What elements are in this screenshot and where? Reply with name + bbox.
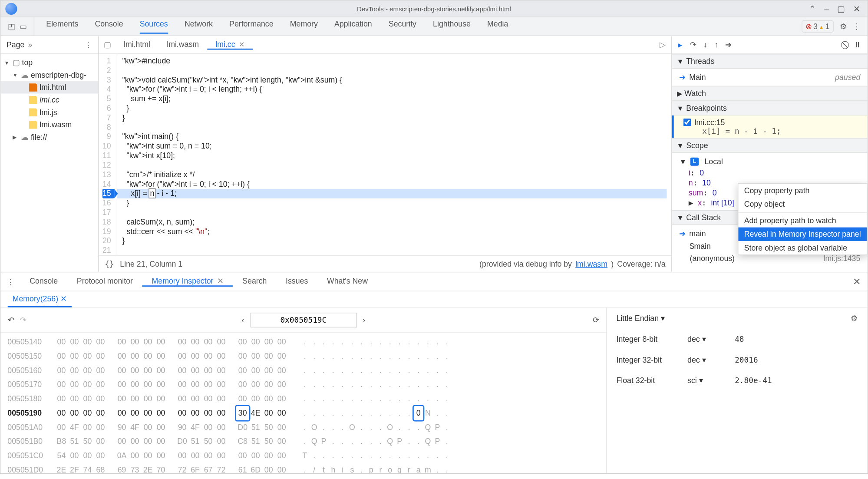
tab-security[interactable]: Security: [389, 19, 416, 33]
format-select[interactable]: sci ▾: [687, 376, 735, 385]
drawer-close-icon[interactable]: ✕: [853, 276, 868, 287]
tree-item[interactable]: lmi.wasm: [0, 119, 98, 131]
watch-header[interactable]: ▶ Watch: [672, 86, 868, 101]
devtools-tabs: ◰ ▭ ElementsConsoleSourcesNetworkPerform…: [0, 17, 867, 36]
format-select[interactable]: dec ▾: [687, 355, 735, 364]
hex-row[interactable]: 005051B0B851500000000000D0515000C8515000…: [8, 435, 599, 449]
scope-var[interactable]: i: 0: [672, 168, 868, 178]
run-icon[interactable]: ▷: [660, 40, 671, 49]
next-icon[interactable]: ›: [363, 316, 365, 324]
tab-performance[interactable]: Performance: [229, 19, 273, 33]
gutter: 123456789101112131415161718192021: [99, 54, 118, 255]
memory-tab[interactable]: Memory(256) ✕: [8, 291, 72, 307]
tree-item[interactable]: lmi.js: [0, 106, 98, 119]
thread-main[interactable]: ➔ Main paused: [672, 71, 868, 84]
step-icon[interactable]: ➔: [725, 40, 732, 49]
drawer-tab[interactable]: What's New: [317, 277, 377, 285]
more-icon[interactable]: ⋮: [853, 22, 861, 30]
braces-icon[interactable]: {}: [105, 259, 114, 268]
threads-header[interactable]: ▼ Threads: [672, 54, 868, 69]
context-item[interactable]: Copy property path: [738, 184, 867, 197]
step-into-icon[interactable]: ↓: [703, 40, 707, 49]
format-select[interactable]: dec ▾: [687, 334, 735, 343]
tree-item[interactable]: ▼☁emscripten-dbg-: [0, 69, 98, 81]
inspect-icon[interactable]: ◰: [8, 22, 15, 30]
threads-label: Threads: [686, 57, 714, 66]
drawer-tab[interactable]: Search: [233, 277, 276, 285]
undo-icon[interactable]: ↶: [8, 316, 14, 324]
drawer-tab[interactable]: Protocol monitor: [67, 277, 142, 285]
breakpoint-code: x[i] = n - i - 1;: [683, 127, 863, 135]
close-icon[interactable]: ✕: [239, 40, 245, 48]
hex-row[interactable]: 0050515000000000000000000000000000000000…: [8, 350, 599, 364]
address-input[interactable]: [250, 313, 356, 327]
close-icon[interactable]: ✕: [60, 294, 67, 303]
tab-sources[interactable]: Sources: [140, 19, 168, 33]
hex-row[interactable]: 005051C0540000000A0000000000000000000000…: [8, 449, 599, 463]
tab-memory[interactable]: Memory: [290, 19, 318, 33]
error-count: 3: [813, 22, 818, 30]
refresh-icon[interactable]: ⟳: [593, 316, 599, 324]
up-arrow-icon[interactable]: ⌃: [809, 4, 816, 13]
file-tree: ▼▢top▼☁emscripten-dbg-lmi.htmllmi.cclmi.…: [0, 54, 98, 145]
minimize-icon[interactable]: –: [824, 4, 829, 13]
tree-item[interactable]: ▶☁file://: [0, 131, 98, 143]
hex-row[interactable]: 005051D02E2F746869732E70726F6772616D0000…: [8, 463, 599, 473]
hex-row[interactable]: 0050516000000000000000000000000000000000…: [8, 363, 599, 378]
editor-tab[interactable]: lmi.html: [116, 40, 158, 48]
context-item[interactable]: Reveal in Memory Inspector panel: [738, 228, 867, 241]
page-label[interactable]: Page: [7, 40, 24, 49]
tab-console[interactable]: Console: [95, 19, 123, 33]
tree-item[interactable]: lmi.cc: [0, 93, 98, 106]
drawer-menu-icon[interactable]: ⋮: [0, 277, 20, 286]
pause-exceptions-icon[interactable]: ⏸: [854, 40, 861, 49]
endian-select[interactable]: Little Endian ▾: [616, 314, 665, 323]
tab-application[interactable]: Application: [334, 19, 372, 33]
context-item[interactable]: Copy object: [738, 197, 867, 211]
value-row: Integer 8-bitdec ▾48: [616, 329, 858, 350]
redo-icon[interactable]: ↷: [20, 316, 26, 324]
scope-local[interactable]: ▼ LLocal: [672, 155, 868, 168]
context-item[interactable]: Store object as global variable: [738, 241, 867, 254]
window-title: DevTools - emscripten-dbg-stories.netlif…: [357, 5, 511, 12]
editor-tab[interactable]: lmi.wasm: [158, 40, 207, 48]
maximize-icon[interactable]: ▢: [837, 4, 845, 13]
close-icon[interactable]: ✕: [853, 4, 860, 13]
tree-item[interactable]: lmi.html: [0, 81, 98, 94]
hex-row[interactable]: 0050518000000000000000000000000000000000…: [8, 392, 599, 406]
breakpoint-checkbox[interactable]: [683, 119, 691, 126]
breakpoint-item[interactable]: lmi.cc:15 x[i] = n - i - 1;: [672, 116, 868, 138]
prev-icon[interactable]: ‹: [242, 316, 244, 324]
drawer-tab[interactable]: Memory Inspector✕: [142, 277, 233, 287]
tab-media[interactable]: Media: [487, 19, 508, 33]
chevrons-icon[interactable]: »: [28, 40, 33, 49]
breakpoints-header[interactable]: ▼ Breakpoints: [672, 101, 868, 116]
more-icon[interactable]: ⋮: [85, 40, 92, 49]
editor-tab[interactable]: lmi.cc✕: [207, 40, 253, 50]
debug-source-link[interactable]: lmi.wasm: [575, 259, 607, 268]
error-warning-badge[interactable]: 3 1: [802, 20, 834, 33]
close-icon[interactable]: ✕: [217, 277, 224, 285]
step-out-icon[interactable]: ↑: [714, 40, 718, 49]
settings-icon[interactable]: ⚙: [851, 314, 858, 323]
scope-header[interactable]: ▼ Scope: [672, 138, 868, 153]
hex-grid[interactable]: 0050514000000000000000000000000000000000…: [0, 333, 606, 473]
resume-icon[interactable]: ▸: [678, 40, 683, 50]
tab-elements[interactable]: Elements: [46, 19, 78, 33]
hex-row[interactable]: 0050517000000000000000000000000000000000…: [8, 378, 599, 392]
drawer-tab[interactable]: Issues: [276, 277, 317, 285]
step-over-icon[interactable]: ↷: [690, 40, 696, 49]
hex-row[interactable]: 005051A0004F0000904F0000904F0000D0515000…: [8, 420, 599, 435]
hex-row[interactable]: 00505190000000000000000000000000304E0000…: [8, 406, 599, 420]
code-editor[interactable]: 123456789101112131415161718192021 "kw">#…: [99, 54, 672, 255]
nav-back-icon[interactable]: ▢: [99, 40, 116, 49]
tree-item[interactable]: ▼▢top: [0, 56, 98, 69]
tab-lighthouse[interactable]: Lighthouse: [433, 19, 471, 33]
context-item[interactable]: Add property path to watch: [738, 214, 867, 227]
drawer-tab[interactable]: Console: [20, 277, 67, 285]
hex-row[interactable]: 0050514000000000000000000000000000000000…: [8, 335, 599, 350]
settings-icon[interactable]: ⚙: [840, 22, 847, 30]
device-icon[interactable]: ▭: [20, 22, 26, 30]
memory-subtabs: Memory(256) ✕: [0, 291, 867, 308]
tab-network[interactable]: Network: [185, 19, 213, 33]
